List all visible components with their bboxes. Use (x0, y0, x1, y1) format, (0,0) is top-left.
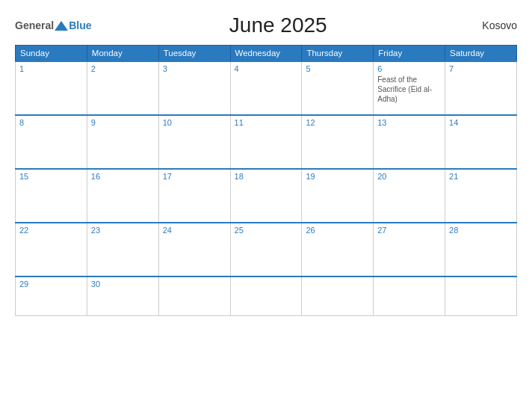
holiday-label: Feast of the Sacrifice (Eid al-Adha) (377, 75, 432, 103)
day-number: 29 (19, 279, 83, 288)
calendar-cell: 23 (87, 223, 158, 276)
day-number: 27 (377, 226, 441, 235)
col-thursday: Thursday (302, 46, 374, 62)
calendar-week-row: 891011121314 (16, 115, 517, 169)
calendar-cell: 4 (230, 61, 302, 115)
logo-flag-icon (55, 20, 68, 31)
calendar-table: Sunday Monday Tuesday Wednesday Thursday… (15, 45, 517, 316)
calendar-cell: 6Feast of the Sacrifice (Eid al-Adha) (374, 61, 445, 115)
day-number: 6 (377, 64, 441, 73)
day-number: 10 (163, 118, 226, 127)
calendar-cell: 12 (302, 115, 374, 169)
day-number: 20 (377, 172, 441, 181)
day-number: 2 (91, 64, 155, 73)
day-number: 22 (19, 226, 83, 235)
calendar-cell: 27 (374, 223, 445, 276)
header: General Blue June 2025 Kosovo (15, 13, 517, 37)
day-number: 13 (377, 118, 441, 127)
calendar-cell: 10 (158, 115, 230, 169)
country-label: Kosovo (465, 19, 517, 31)
day-number: 15 (19, 172, 83, 181)
day-number: 24 (163, 226, 226, 235)
calendar-week-row: 2930 (16, 276, 517, 315)
day-number: 21 (449, 172, 513, 181)
day-number: 9 (91, 118, 155, 127)
day-number: 30 (91, 279, 155, 288)
calendar-cell: 28 (445, 223, 517, 276)
calendar-cell (374, 276, 445, 315)
calendar-cell: 13 (374, 115, 445, 169)
calendar-cell: 24 (158, 223, 230, 276)
day-number: 12 (306, 118, 369, 127)
day-number: 7 (449, 64, 513, 73)
calendar-cell: 5 (302, 61, 374, 115)
logo: General Blue (15, 20, 91, 31)
calendar-cell: 17 (158, 169, 230, 223)
calendar-cell: 14 (445, 115, 517, 169)
day-number: 8 (19, 118, 83, 127)
day-number: 14 (449, 118, 513, 127)
day-number: 25 (235, 226, 298, 235)
day-number: 26 (306, 226, 369, 235)
calendar-cell: 22 (16, 223, 87, 276)
col-tuesday: Tuesday (158, 46, 230, 62)
calendar-week-row: 123456Feast of the Sacrifice (Eid al-Adh… (16, 61, 517, 115)
col-wednesday: Wednesday (230, 46, 302, 62)
day-number: 1 (19, 64, 83, 73)
calendar-cell: 19 (302, 169, 374, 223)
calendar-cell (230, 276, 302, 315)
calendar-cell: 9 (87, 115, 158, 169)
col-friday: Friday (374, 46, 445, 62)
day-number: 23 (91, 226, 155, 235)
calendar-cell: 7 (445, 61, 517, 115)
calendar-cell: 30 (87, 276, 158, 315)
day-number: 11 (235, 118, 298, 127)
calendar-title: June 2025 (91, 13, 465, 37)
logo-general-text: General (15, 20, 54, 31)
calendar-cell: 15 (16, 169, 87, 223)
day-number: 28 (449, 226, 513, 235)
day-number: 3 (163, 64, 226, 73)
col-sunday: Sunday (16, 46, 87, 62)
calendar-cell: 11 (230, 115, 302, 169)
calendar-cell: 1 (16, 61, 87, 115)
svg-marker-0 (55, 21, 68, 31)
calendar-cell (302, 276, 374, 315)
day-number: 17 (163, 172, 226, 181)
calendar-cell: 29 (16, 276, 87, 315)
calendar-week-row: 22232425262728 (16, 223, 517, 276)
day-number: 19 (306, 172, 369, 181)
col-saturday: Saturday (445, 46, 517, 62)
calendar-cell: 3 (158, 61, 230, 115)
calendar-cell: 16 (87, 169, 158, 223)
calendar-cell: 21 (445, 169, 517, 223)
calendar-cell (158, 276, 230, 315)
col-monday: Monday (87, 46, 158, 62)
calendar-cell: 26 (302, 223, 374, 276)
calendar-cell (445, 276, 517, 315)
page: General Blue June 2025 Kosovo Sunday Mon… (0, 0, 532, 411)
calendar-cell: 8 (16, 115, 87, 169)
day-number: 16 (91, 172, 155, 181)
calendar-cell: 2 (87, 61, 158, 115)
calendar-cell: 20 (374, 169, 445, 223)
calendar-cell: 25 (230, 223, 302, 276)
day-number: 5 (306, 64, 369, 73)
calendar-header-row: Sunday Monday Tuesday Wednesday Thursday… (16, 46, 517, 62)
day-number: 4 (235, 64, 298, 73)
calendar-week-row: 15161718192021 (16, 169, 517, 223)
logo-blue-text: Blue (69, 20, 91, 31)
day-number: 18 (235, 172, 298, 181)
calendar-cell: 18 (230, 169, 302, 223)
